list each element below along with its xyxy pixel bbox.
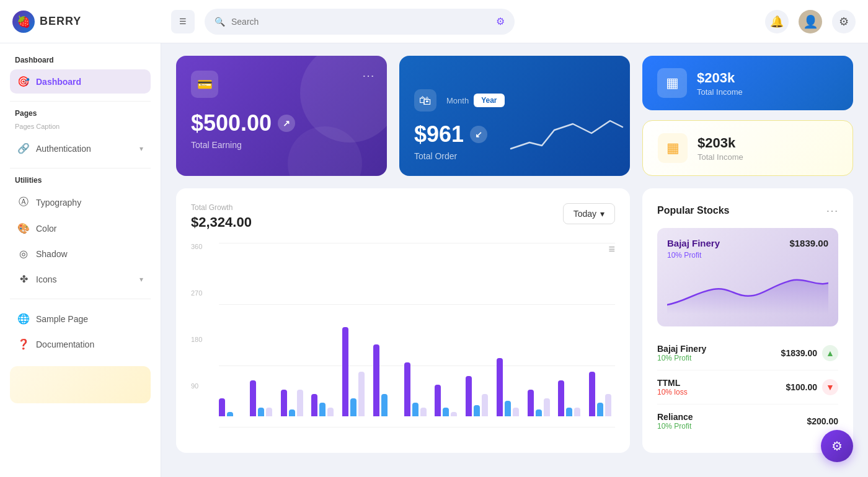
sidebar-item-sample-page[interactable]: 🌐 Sample Page xyxy=(10,307,151,331)
earning-card-menu[interactable]: ⋯ xyxy=(362,68,374,83)
settings-button[interactable]: ⚙ xyxy=(832,10,856,33)
bar-lavender xyxy=(451,412,457,416)
today-button[interactable]: Today ▾ xyxy=(563,203,615,224)
income-blue-icon: ▦ xyxy=(657,68,687,98)
earning-card: 💳 ⋯ $500.00 ↗ Total Earning xyxy=(176,56,387,176)
bar-group xyxy=(342,327,368,416)
typography-icon: Ⓐ xyxy=(17,196,30,209)
order-label: Total Order xyxy=(414,151,505,161)
bar-group xyxy=(435,385,461,416)
order-wave-chart xyxy=(505,112,629,161)
featured-stock-price: $1839.00 xyxy=(789,238,828,248)
bar-purple xyxy=(373,344,379,416)
bar-blue xyxy=(505,401,511,416)
stocks-title: Popular Stocks xyxy=(657,205,729,216)
order-amount: $961 ↙ xyxy=(414,121,505,147)
auth-icon: 🔗 xyxy=(17,142,30,154)
search-input[interactable] xyxy=(231,17,490,27)
sidebar-item-label: Authentication xyxy=(36,144,91,154)
bar-lavender xyxy=(420,408,427,416)
bar-lavender xyxy=(266,408,272,416)
bar-group xyxy=(311,394,337,416)
order-tabs: 🛍 Month Year xyxy=(414,89,505,112)
search-bar: 🔍 ⚙ xyxy=(205,9,515,35)
stock-list-item: Bajaj Finery 10% Profit $1839.00 ▲ xyxy=(657,336,838,370)
income-blue-card: ▦ $203k Total Income xyxy=(642,56,853,110)
main-content: 💳 ⋯ $500.00 ↗ Total Earning 🛍 Month Year xyxy=(161,43,868,477)
income-blue-label: Total Income xyxy=(697,87,743,97)
color-icon: 🎨 xyxy=(17,222,30,234)
stock-list-item: TTML 10% loss $100.00 ▼ xyxy=(657,370,838,405)
right-cards: ▦ $203k Total Income ▦ $203k Total Incom… xyxy=(642,56,853,176)
chevron-down-icon: ▾ xyxy=(140,275,143,284)
sidebar-bottom-card xyxy=(10,366,151,403)
bar-purple xyxy=(281,390,287,416)
sidebar: Dashboard 🎯 Dashboard Pages Pages Captio… xyxy=(0,43,161,477)
sidebar-divider-2 xyxy=(10,168,151,168)
stock-list-item: Reliance 10% Profit $200.00 xyxy=(657,405,838,438)
sidebar-item-shadow[interactable]: ◎ Shadow xyxy=(10,242,151,266)
chart-title: Total Growth xyxy=(191,203,252,212)
bar-group xyxy=(373,344,399,416)
sidebar-item-documentation[interactable]: ❓ Documentation xyxy=(10,332,151,356)
bar-blue xyxy=(597,403,603,416)
bar-purple xyxy=(466,376,472,416)
bar-purple xyxy=(342,327,348,416)
bar-purple xyxy=(404,362,410,416)
bar-chart xyxy=(219,243,615,429)
grid-line xyxy=(219,427,615,427)
bar-lavender xyxy=(605,394,611,416)
sidebar-divider-3 xyxy=(10,299,151,299)
popular-stocks-card: Popular Stocks ⋯ Bajaj Finery $1839.00 1… xyxy=(642,188,853,453)
earning-amount: $500.00 ↗ xyxy=(191,110,372,136)
sample-page-icon: 🌐 xyxy=(17,313,30,325)
sidebar-item-icons[interactable]: ✤ Icons ▾ xyxy=(10,267,151,291)
sidebar-item-label: Icons xyxy=(36,274,56,284)
logo-text: BERRY xyxy=(40,15,81,28)
avatar[interactable]: 👤 xyxy=(799,10,822,33)
bar-blue xyxy=(443,408,449,416)
sidebar-item-authentication[interactable]: 🔗 Authentication ▾ xyxy=(10,136,151,160)
sidebar-divider-1 xyxy=(10,101,151,102)
sidebar-item-color[interactable]: 🎨 Color xyxy=(10,216,151,240)
growth-chart-card: Total Growth $2,324.00 Today ▾ ≡ 360 270… xyxy=(176,188,630,453)
doc-icon: ❓ xyxy=(17,338,30,350)
bar-purple xyxy=(219,398,225,416)
order-icon: 🛍 xyxy=(414,89,436,112)
bar-blue xyxy=(381,394,388,416)
bar-group xyxy=(558,380,584,416)
menu-button[interactable]: ☰ xyxy=(171,10,195,33)
bar-lavender xyxy=(544,398,550,416)
bar-purple xyxy=(589,372,595,416)
stock-featured: Bajaj Finery $1839.00 10% Profit xyxy=(657,228,838,326)
sidebar-item-label: Typography xyxy=(36,198,81,208)
sidebar-item-dashboard[interactable]: 🎯 Dashboard xyxy=(10,69,151,94)
month-label: Month xyxy=(446,96,469,105)
bar-blue xyxy=(319,403,326,416)
sidebar-item-typography[interactable]: Ⓐ Typography xyxy=(10,190,151,215)
bar-lavender xyxy=(482,394,488,416)
fab-icon: ⚙ xyxy=(831,439,843,453)
filter-icon[interactable]: ⚙ xyxy=(496,15,505,27)
bar-blue xyxy=(412,403,418,416)
bar-purple xyxy=(435,385,441,416)
bar-group xyxy=(404,362,430,416)
year-tab-button[interactable]: Year xyxy=(474,94,504,107)
stocks-header: Popular Stocks ⋯ xyxy=(657,203,838,218)
shadow-icon: ◎ xyxy=(17,248,30,260)
bar-blue xyxy=(474,405,480,416)
dropdown-arrow-icon: ▾ xyxy=(600,209,604,219)
fab-button[interactable]: ⚙ xyxy=(821,430,853,462)
chart-header: Total Growth $2,324.00 Today ▾ xyxy=(191,203,615,230)
bar-group xyxy=(250,380,276,416)
chevron-down-icon: ▾ xyxy=(140,144,143,153)
sidebar-item-label: Shadow xyxy=(36,249,68,259)
cards-row-top: 💳 ⋯ $500.00 ↗ Total Earning 🛍 Month Year xyxy=(176,56,853,176)
notification-button[interactable]: 🔔 xyxy=(765,10,789,33)
stocks-menu-icon[interactable]: ⋯ xyxy=(826,203,838,218)
header-right: 🔔 👤 ⚙ xyxy=(765,10,856,33)
bar-blue xyxy=(227,412,233,416)
income-yellow-card: ▦ $203k Total Income xyxy=(642,120,853,176)
featured-stock-name: Bajaj Finery xyxy=(667,238,720,248)
bar-blue xyxy=(258,408,264,416)
